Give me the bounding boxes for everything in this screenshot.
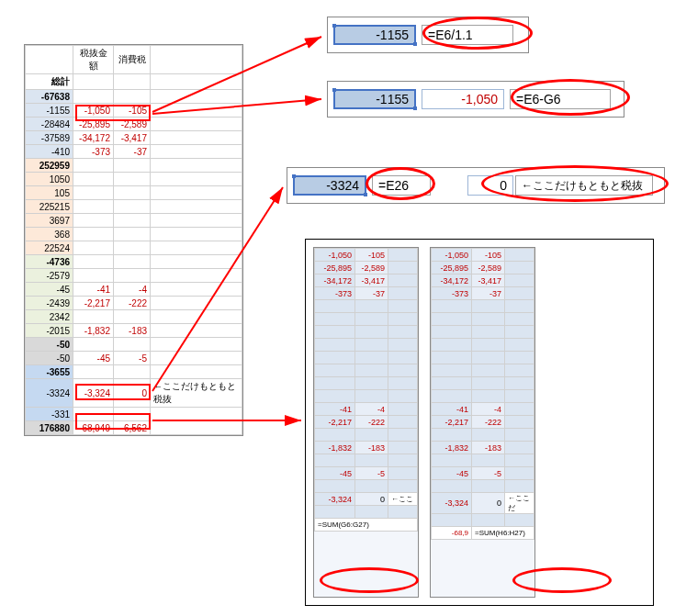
table-cell-a[interactable]: -37589 (26, 131, 73, 145)
table-cell-b[interactable] (73, 269, 114, 283)
cell-value-2[interactable]: -1155 (333, 89, 416, 109)
table-cell-a[interactable]: -4736 (26, 255, 73, 269)
mini-cell[interactable] (432, 352, 472, 364)
table-cell-c[interactable]: -2,589 (114, 118, 151, 131)
formula-2[interactable]: =E6-G6 (510, 89, 611, 109)
mini-cell[interactable]: -105 (472, 249, 505, 262)
mini-cell[interactable] (355, 352, 388, 364)
mini-cell[interactable]: -5 (472, 467, 505, 480)
mini-cell[interactable]: -41 (432, 403, 472, 416)
mini-cell[interactable] (432, 454, 472, 467)
mini-cell[interactable] (355, 326, 388, 339)
table-cell-a[interactable]: -2439 (26, 297, 73, 310)
mini-cell[interactable] (315, 377, 355, 390)
mini-cell[interactable] (315, 300, 355, 313)
mini-cell[interactable] (432, 390, 472, 403)
mini-cell[interactable]: -1,832 (315, 442, 355, 454)
table-cell-a[interactable]: -28484 (26, 118, 73, 131)
table-cell-c[interactable] (114, 255, 151, 269)
mini-cell[interactable] (472, 454, 505, 467)
mini-sum-formula[interactable]: =SUM(G6:G27) (315, 519, 418, 532)
mini-cell[interactable]: 0 (355, 493, 388, 506)
table-cell-c[interactable] (114, 338, 151, 352)
mini-cell[interactable] (432, 364, 472, 377)
mini-cell[interactable]: -222 (355, 416, 388, 429)
mini-cell[interactable]: -373 (315, 287, 355, 300)
mini-cell[interactable]: -105 (355, 249, 388, 262)
table-cell-a[interactable]: -67638 (26, 90, 73, 104)
table-cell-b[interactable] (73, 228, 114, 241)
table-cell-b[interactable] (73, 310, 114, 324)
mini-cell[interactable] (432, 313, 472, 326)
table-cell-c[interactable] (114, 408, 151, 421)
formula-3[interactable]: =E26 (372, 175, 431, 196)
table-cell-a[interactable]: -410 (26, 145, 73, 159)
mini-cell[interactable]: -45 (315, 467, 355, 480)
mini-cell[interactable]: -4 (472, 403, 505, 416)
formula-1[interactable]: =E6/1.1 (422, 25, 513, 45)
mini-cell[interactable]: -3,417 (355, 274, 388, 287)
mini-cell[interactable] (355, 364, 388, 377)
mini-cell[interactable] (315, 364, 355, 377)
table-cell-c[interactable]: -105 (114, 104, 151, 118)
table-cell-b[interactable]: -68,949 (73, 421, 114, 435)
mini-cell[interactable]: -25,895 (432, 262, 472, 274)
mini-cell[interactable]: -2,589 (355, 262, 388, 274)
table-cell-c[interactable]: -6,562 (114, 421, 151, 435)
table-cell-a[interactable]: -2579 (26, 269, 73, 283)
table-cell-a[interactable]: -50 (26, 338, 73, 352)
mini-cell[interactable]: -373 (432, 287, 472, 300)
cell-mid-2[interactable]: -1,050 (422, 89, 504, 109)
table-cell-b[interactable] (73, 241, 114, 255)
table-cell-c[interactable] (114, 90, 151, 104)
table-cell-a[interactable]: -45 (26, 283, 73, 297)
cell-right-3[interactable]: 0 (467, 175, 513, 196)
mini-cell[interactable] (355, 390, 388, 403)
table-cell-b[interactable]: -25,895 (73, 118, 114, 131)
mini-cell[interactable]: -5 (355, 467, 388, 480)
mini-cell[interactable] (355, 480, 388, 493)
mini-cell[interactable]: -1,050 (315, 249, 355, 262)
mini-cell[interactable]: -2,217 (315, 416, 355, 429)
mini-cell[interactable]: -3,417 (472, 274, 505, 287)
table-cell-c[interactable] (114, 214, 151, 228)
table-cell-c[interactable]: -183 (114, 324, 151, 338)
mini-cell[interactable] (472, 480, 505, 493)
mini-cell[interactable] (472, 339, 505, 352)
table-cell-c[interactable]: 0 (114, 379, 151, 408)
table-cell-b[interactable] (73, 255, 114, 269)
mini-cell[interactable] (315, 390, 355, 403)
mini-cell[interactable]: 0 (472, 493, 505, 514)
mini-cell[interactable]: -45 (432, 467, 472, 480)
table-cell-a[interactable]: 252959 (26, 159, 73, 173)
mini-cell[interactable] (472, 313, 505, 326)
table-cell-a[interactable]: -3655 (26, 365, 73, 379)
mini-cell[interactable]: -183 (355, 442, 388, 454)
mini-cell[interactable] (432, 429, 472, 442)
mini-cell[interactable] (315, 339, 355, 352)
table-cell-a[interactable]: 22524 (26, 241, 73, 255)
mini-cell[interactable] (432, 339, 472, 352)
table-cell-b[interactable]: -1,050 (73, 104, 114, 118)
table-cell-a[interactable]: 176880 (26, 421, 73, 435)
table-cell-a[interactable]: 368 (26, 228, 73, 241)
table-cell-c[interactable]: -5 (114, 352, 151, 365)
table-cell-a[interactable]: -50 (26, 352, 73, 365)
mini-cell[interactable] (432, 377, 472, 390)
mini-cell[interactable] (315, 352, 355, 364)
table-cell-b[interactable] (73, 214, 114, 228)
mini-cell[interactable] (315, 326, 355, 339)
mini-cell[interactable]: -222 (472, 416, 505, 429)
mini-cell[interactable]: -1,832 (432, 442, 472, 454)
table-cell-a[interactable]: 225215 (26, 200, 73, 214)
mini-sum-prefix[interactable]: -68,9 (432, 527, 472, 540)
cell-value-1[interactable]: -1155 (333, 25, 416, 45)
table-cell-a[interactable]: 2342 (26, 310, 73, 324)
mini-cell[interactable] (472, 514, 505, 527)
mini-cell[interactable] (432, 514, 472, 527)
table-cell-a[interactable]: -1155 (26, 104, 73, 118)
mini-cell[interactable]: -34,172 (432, 274, 472, 287)
mini-cell[interactable] (472, 364, 505, 377)
mini-cell[interactable] (355, 339, 388, 352)
mini-cell[interactable] (355, 506, 388, 519)
